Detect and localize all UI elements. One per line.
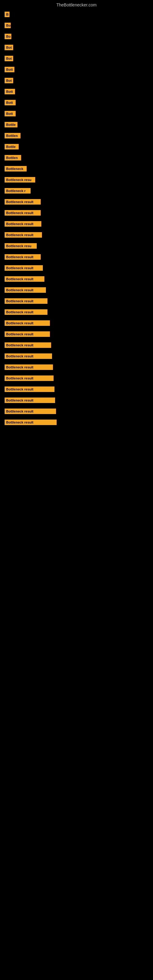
bottleneck-label: Bo bbox=[5, 23, 11, 28]
list-item: Bottleneck result bbox=[5, 199, 148, 205]
list-item: Bottlen bbox=[5, 155, 148, 161]
list-item: Bottleneck result bbox=[5, 210, 148, 216]
list-item: Bott bbox=[5, 89, 148, 94]
bottleneck-label: Bottleneck bbox=[5, 166, 27, 172]
bottleneck-label: Bottleneck result bbox=[5, 420, 57, 425]
bottleneck-label: Bottleneck result bbox=[5, 309, 48, 315]
list-item: Bottleneck result bbox=[5, 420, 148, 425]
list-item: Bottleneck result bbox=[5, 342, 148, 348]
list-item: Bottleneck r bbox=[5, 188, 148, 194]
list-item: Bottle bbox=[5, 144, 148, 150]
bottleneck-label: Bottleneck r bbox=[5, 188, 30, 194]
bottleneck-label: Bottleneck result bbox=[5, 409, 56, 414]
list-item: Bottleneck result bbox=[5, 331, 148, 337]
list-item: Bottleneck result bbox=[5, 265, 148, 271]
bottleneck-label: Bo bbox=[5, 34, 11, 39]
list-item: Bottleneck result bbox=[5, 287, 148, 293]
list-item: Bo bbox=[5, 23, 148, 28]
list-item: Bott bbox=[5, 100, 148, 105]
bottleneck-label: Bottleneck result bbox=[5, 199, 41, 205]
list-item: Bot bbox=[5, 45, 148, 50]
bottleneck-label: Bottle bbox=[5, 122, 18, 127]
bottleneck-label: Bottleneck result bbox=[5, 342, 51, 348]
list-item: Bottleneck result bbox=[5, 320, 148, 326]
bottleneck-label: Bot bbox=[5, 56, 13, 61]
list-item: Bottleneck result bbox=[5, 221, 148, 227]
list-item: Bottleneck result bbox=[5, 232, 148, 238]
list-item: Bottleneck result bbox=[5, 254, 148, 260]
list-item: Bottleneck result bbox=[5, 309, 148, 315]
list-item: Bottleneck result bbox=[5, 375, 148, 381]
bottleneck-label: Bottleneck result bbox=[5, 287, 46, 293]
bottleneck-label: Bottleneck result bbox=[5, 276, 45, 282]
list-item: Bottle bbox=[5, 122, 148, 127]
bottleneck-label: Bottleneck result bbox=[5, 254, 41, 260]
list-item: Bott bbox=[5, 111, 148, 116]
bottleneck-label: Bottleneck result bbox=[5, 265, 43, 271]
bottleneck-label: Bottlen bbox=[5, 133, 21, 138]
bottleneck-label: Bottleneck resu bbox=[5, 177, 35, 183]
list-item: Bott bbox=[5, 67, 148, 72]
list-item: Bottleneck result bbox=[5, 353, 148, 359]
list-item: Bottlen bbox=[5, 133, 148, 138]
bottleneck-label: Bottleneck result bbox=[5, 398, 55, 403]
list-item: Bottleneck bbox=[5, 166, 148, 172]
list-item: Bottleneck result bbox=[5, 298, 148, 304]
list-item: Bottleneck result bbox=[5, 409, 148, 414]
list-item: Bottleneck result bbox=[5, 276, 148, 282]
bottleneck-label: Bott bbox=[5, 67, 14, 72]
bottleneck-label: Bott bbox=[5, 89, 15, 94]
bottleneck-label: Bottleneck result bbox=[5, 232, 42, 238]
bottleneck-label: Bottleneck result bbox=[5, 364, 53, 370]
bottleneck-label: Bot bbox=[5, 78, 13, 83]
list-item: Bo bbox=[5, 34, 148, 39]
bottleneck-label: Bottle bbox=[5, 144, 19, 150]
bottleneck-label: Bottleneck result bbox=[5, 353, 52, 359]
bottleneck-label: Bottleneck resu bbox=[5, 243, 37, 249]
bottleneck-label: Bottleneck result bbox=[5, 221, 41, 227]
bottleneck-label: Bottlen bbox=[5, 155, 21, 161]
list-item: Bottleneck resu bbox=[5, 177, 148, 183]
list-item: Bot bbox=[5, 56, 148, 61]
bottleneck-label: Bott bbox=[5, 111, 16, 116]
bottleneck-label: Bottleneck result bbox=[5, 298, 48, 304]
list-item: Bottleneck result bbox=[5, 387, 148, 392]
bottleneck-label: Bottleneck result bbox=[5, 320, 50, 326]
bottleneck-label: Bot bbox=[5, 45, 13, 50]
list-item: Bottleneck resu bbox=[5, 243, 148, 249]
list-item: Bottleneck result bbox=[5, 364, 148, 370]
items-container: BBoBoBotBotBottBotBottBottBottBottleBott… bbox=[0, 9, 153, 434]
bottleneck-label: Bottleneck result bbox=[5, 331, 50, 337]
bottleneck-label: Bottleneck result bbox=[5, 387, 54, 392]
site-title: TheBottlenecker.com bbox=[0, 0, 153, 9]
list-item: Bottleneck result bbox=[5, 398, 148, 403]
bottleneck-label: Bottleneck result bbox=[5, 375, 54, 381]
list-item: Bot bbox=[5, 78, 148, 83]
bottleneck-label: Bottleneck result bbox=[5, 210, 41, 216]
list-item: B bbox=[5, 12, 148, 17]
bottleneck-label: Bott bbox=[5, 100, 16, 105]
bottleneck-label: B bbox=[5, 12, 10, 17]
